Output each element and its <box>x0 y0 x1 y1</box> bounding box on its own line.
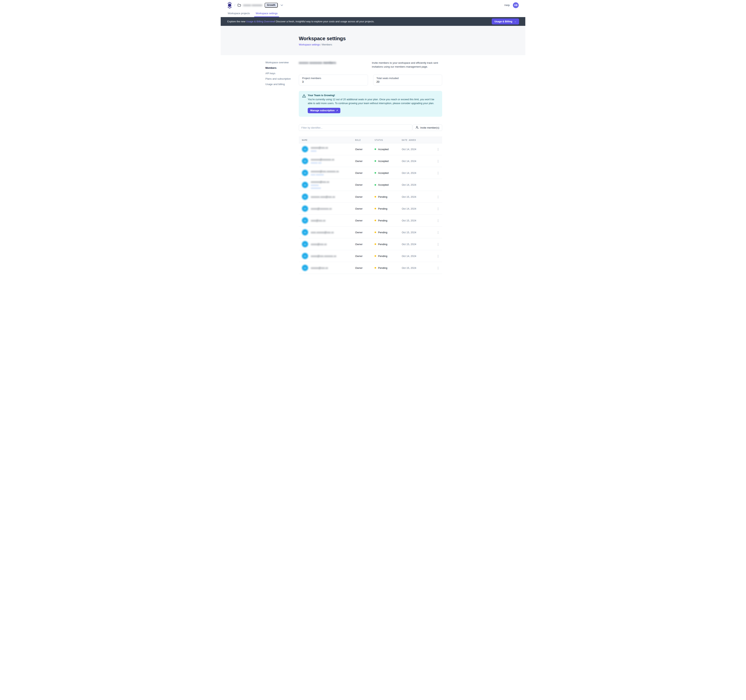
app-logo[interactable] <box>227 2 232 9</box>
row-menu-button[interactable]: ⋮ <box>436 242 441 246</box>
row-menu-button[interactable]: ⋮ <box>436 254 441 258</box>
member-status: Pending <box>378 219 387 222</box>
member-role: Owner <box>355 171 375 174</box>
header-role: ROLE <box>355 139 375 141</box>
member-role: Owner <box>355 183 375 186</box>
card-label: Project members <box>302 77 365 80</box>
row-menu-button[interactable]: ⋮ <box>436 171 441 175</box>
table-row: xx xxxxxxx@xxxxxxx.xx xxxxxx xxx Owner A… <box>299 155 442 167</box>
member-date-added: Oct 14, 2024 <box>402 171 434 174</box>
member-status: Pending <box>378 255 387 258</box>
member-email-redacted: xxxxxxx@xxx.xxxxxxx.xx <box>311 170 339 173</box>
table-row: xx xxxxxxx@xxx.xxxxxxx.xx xxxx xxxxxxx O… <box>299 167 442 179</box>
member-name-redacted: xxxxxxx <box>311 184 329 186</box>
member-avatar: xx <box>302 146 308 152</box>
status-dot <box>375 208 376 209</box>
status-dot <box>375 184 376 186</box>
status-dot <box>375 255 376 257</box>
sidebar-item-api-keys[interactable]: API keys <box>265 72 275 75</box>
member-email-redacted: xxxxxx@xxx.xx <box>311 146 328 149</box>
member-avatar: xx <box>302 241 308 247</box>
table-row: xx xxxxx@xxxxxxx.xx Owner Pending Oct 14… <box>299 203 442 215</box>
member-email-redacted: xxxxxxx@xxx.xx <box>311 180 329 183</box>
status-dot <box>375 243 376 245</box>
member-avatar: xx <box>302 206 308 212</box>
member-avatar: xx <box>302 158 308 164</box>
member-role: Owner <box>355 160 375 162</box>
card-value: 3 <box>302 80 365 83</box>
row-menu-button[interactable]: ⋮ <box>436 230 441 234</box>
workspace-name-redacted: xxxxxx xxxxxxxx <box>243 4 262 7</box>
table-row: xx xxxxxx@xxx.xx xxxxx Owner Accepted Oc… <box>299 143 442 155</box>
members-section-description: Invite members to your workspace and eff… <box>372 61 442 69</box>
row-menu-button[interactable]: ⋮ <box>436 147 441 152</box>
team-growing-alert: Your Team is Growing! You're currently u… <box>299 91 442 117</box>
manage-subscription-button[interactable]: Manage subscription ↗ <box>308 108 340 113</box>
member-date-added: Oct 14, 2024 <box>402 183 434 186</box>
table-body: xx xxxxxx@xxx.xx xxxxx Owner Accepted Oc… <box>299 143 442 274</box>
breadcrumb-workspace-settings-link[interactable]: Workspace settings <box>299 43 320 46</box>
banner-text: Explore the new Usage & Billing Overview… <box>227 20 375 23</box>
table-row: xx xxxxxx@xxx.xx Owner Pending Oct 15, 2… <box>299 262 442 274</box>
member-status: Pending <box>378 195 387 198</box>
member-avatar: xx <box>302 170 308 176</box>
status-dot <box>375 196 376 198</box>
sidebar-item-members[interactable]: Members <box>265 66 277 69</box>
announcement-banner: Explore the new Usage & Billing Overview… <box>221 17 525 26</box>
tab-workspace-projects[interactable]: Workspace projects <box>227 12 250 17</box>
status-dot <box>375 220 376 221</box>
help-button[interactable]: Help <box>504 4 510 7</box>
table-row: xx xxxx@xxx.xx Owner Pending Oct 15, 202… <box>299 215 442 227</box>
usage-billing-button[interactable]: Usage & Billing → <box>492 18 519 24</box>
member-role: Owner <box>355 219 375 222</box>
table-row: xx xxxxxxx.xxxx@xxx.xx Owner Pending Oct… <box>299 191 442 203</box>
row-menu-button[interactable]: ⋮ <box>436 159 441 163</box>
row-menu-button[interactable]: ⋮ <box>436 206 441 211</box>
member-email-redacted: xxxxx@xxx.xx <box>311 243 327 246</box>
member-status: Pending <box>378 266 387 269</box>
breadcrumb-current: Members <box>322 43 332 46</box>
card-value: 20 <box>376 80 439 83</box>
usage-billing-overview-link[interactable]: Usage & Billing Overview <box>246 20 275 23</box>
external-link-icon: ↗ <box>336 109 338 112</box>
member-email-redacted: xxxx.xxxxxx@xxx.xx <box>311 231 334 234</box>
member-date-added: Oct 15, 2024 <box>402 231 434 234</box>
member-role: Owner <box>355 207 375 210</box>
row-menu-button[interactable]: ⋮ <box>436 266 441 270</box>
page: / xxxxxx xxxxxxxx Growth Help AB <box>221 0 525 286</box>
table-row: xx xxxxx@xxx.xxxxxxx.xx Owner Pending Oc… <box>299 250 442 262</box>
member-status: Accepted <box>378 148 388 151</box>
member-name-redacted: xxxxx <box>311 150 328 152</box>
sidebar-item-plans-subscription[interactable]: Plans and subscription <box>265 77 291 80</box>
member-email-redacted: xxxx@xxx.xx <box>311 219 325 222</box>
row-menu-button[interactable]: ⋮ <box>436 194 441 199</box>
member-date-added: Oct 15, 2024 <box>402 195 434 198</box>
member-avatar: xx <box>302 217 308 224</box>
status-dot <box>375 267 376 269</box>
member-status: Accepted <box>378 183 388 186</box>
member-email-redacted: xxxxxxx.xxxx@xxx.xx <box>311 195 335 198</box>
tab-workspace-settings[interactable]: Workspace settings <box>255 12 278 17</box>
member-name-redacted: xxxxxxxxx <box>311 187 329 189</box>
member-avatar: xx <box>302 194 308 200</box>
plan-badge[interactable]: Growth <box>265 3 278 8</box>
member-status: Pending <box>378 243 387 246</box>
filter-input[interactable] <box>299 125 412 131</box>
member-status: Accepted <box>378 171 388 174</box>
members-section-title-redacted: xxxxxx xxxxxxxx members <box>299 61 336 69</box>
member-status: Accepted <box>378 160 388 162</box>
row-menu-button[interactable]: ⋮ <box>436 218 441 223</box>
member-date-added: Oct 14, 2024 <box>402 160 434 162</box>
member-date-added: Oct 14, 2024 <box>402 148 434 151</box>
member-date-added: Oct 15, 2024 <box>402 219 434 222</box>
sidebar-item-workspace-overview[interactable]: Workspace overview <box>265 61 289 64</box>
sidebar-item-usage-billing[interactable]: Usage and billing <box>265 83 285 86</box>
table-row: xx xxxxxxx@xxx.xx xxxxxxxxxxxxxxxx Owner… <box>299 179 442 191</box>
invite-members-button[interactable]: Invite member(s) <box>413 125 442 131</box>
member-email-redacted: xxxxxxx@xxxxxxx.xx <box>311 158 334 161</box>
chevron-down-icon[interactable] <box>281 5 283 6</box>
member-email-redacted: xxxxx@xxxxxxx.xx <box>311 207 332 210</box>
user-avatar[interactable]: AB <box>513 2 519 8</box>
breadcrumb-separator: / <box>234 3 235 7</box>
status-dot <box>375 231 376 233</box>
